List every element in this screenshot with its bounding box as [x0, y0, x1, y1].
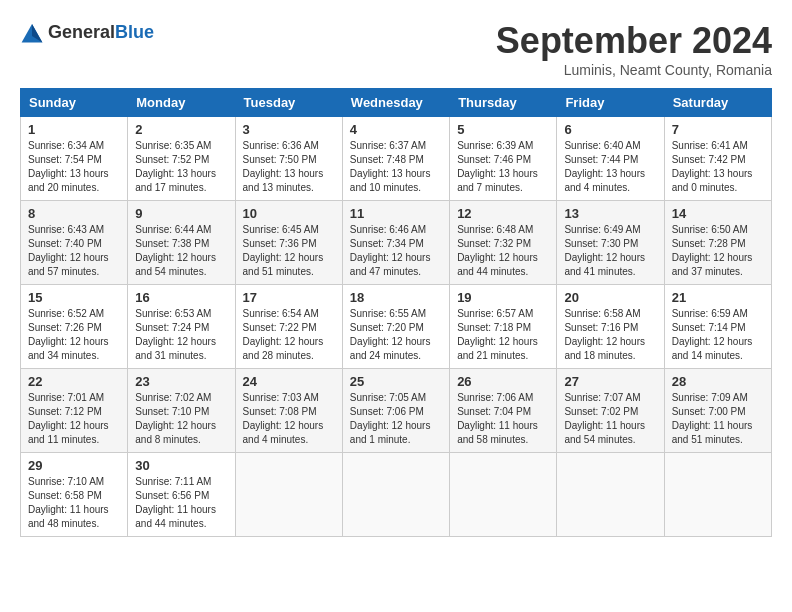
day-number: 27 [564, 374, 656, 389]
day-info: Sunrise: 7:03 AM Sunset: 7:08 PM Dayligh… [243, 391, 335, 447]
calendar-day-cell: 14 Sunrise: 6:50 AM Sunset: 7:28 PM Dayl… [664, 201, 771, 285]
calendar-day-cell: 23 Sunrise: 7:02 AM Sunset: 7:10 PM Dayl… [128, 369, 235, 453]
weekday-header: Monday [128, 89, 235, 117]
day-number: 2 [135, 122, 227, 137]
day-number: 26 [457, 374, 549, 389]
logo: GeneralBlue [20, 20, 154, 44]
calendar-day-cell: 22 Sunrise: 7:01 AM Sunset: 7:12 PM Dayl… [21, 369, 128, 453]
calendar-day-cell: 8 Sunrise: 6:43 AM Sunset: 7:40 PM Dayli… [21, 201, 128, 285]
logo-text: GeneralBlue [48, 23, 154, 42]
calendar-day-cell: 10 Sunrise: 6:45 AM Sunset: 7:36 PM Dayl… [235, 201, 342, 285]
day-info: Sunrise: 6:45 AM Sunset: 7:36 PM Dayligh… [243, 223, 335, 279]
calendar-day-cell [235, 453, 342, 537]
calendar-week-row: 15 Sunrise: 6:52 AM Sunset: 7:26 PM Dayl… [21, 285, 772, 369]
weekday-header: Friday [557, 89, 664, 117]
calendar-day-cell: 29 Sunrise: 7:10 AM Sunset: 6:58 PM Dayl… [21, 453, 128, 537]
calendar-day-cell: 26 Sunrise: 7:06 AM Sunset: 7:04 PM Dayl… [450, 369, 557, 453]
day-number: 25 [350, 374, 442, 389]
day-info: Sunrise: 6:52 AM Sunset: 7:26 PM Dayligh… [28, 307, 120, 363]
calendar-day-cell [557, 453, 664, 537]
logo-icon [20, 20, 44, 44]
calendar-day-cell: 1 Sunrise: 6:34 AM Sunset: 7:54 PM Dayli… [21, 117, 128, 201]
day-number: 6 [564, 122, 656, 137]
day-number: 16 [135, 290, 227, 305]
day-number: 15 [28, 290, 120, 305]
day-info: Sunrise: 6:59 AM Sunset: 7:14 PM Dayligh… [672, 307, 764, 363]
calendar-day-cell: 30 Sunrise: 7:11 AM Sunset: 6:56 PM Dayl… [128, 453, 235, 537]
calendar-day-cell: 5 Sunrise: 6:39 AM Sunset: 7:46 PM Dayli… [450, 117, 557, 201]
calendar-day-cell: 25 Sunrise: 7:05 AM Sunset: 7:06 PM Dayl… [342, 369, 449, 453]
calendar-table: SundayMondayTuesdayWednesdayThursdayFrid… [20, 88, 772, 537]
day-info: Sunrise: 6:49 AM Sunset: 7:30 PM Dayligh… [564, 223, 656, 279]
day-number: 30 [135, 458, 227, 473]
weekday-header: Thursday [450, 89, 557, 117]
calendar-day-cell: 13 Sunrise: 6:49 AM Sunset: 7:30 PM Dayl… [557, 201, 664, 285]
day-info: Sunrise: 6:50 AM Sunset: 7:28 PM Dayligh… [672, 223, 764, 279]
day-number: 14 [672, 206, 764, 221]
weekday-header: Wednesday [342, 89, 449, 117]
day-info: Sunrise: 6:46 AM Sunset: 7:34 PM Dayligh… [350, 223, 442, 279]
day-number: 13 [564, 206, 656, 221]
calendar-day-cell: 15 Sunrise: 6:52 AM Sunset: 7:26 PM Dayl… [21, 285, 128, 369]
calendar-day-cell: 19 Sunrise: 6:57 AM Sunset: 7:18 PM Dayl… [450, 285, 557, 369]
calendar-day-cell: 11 Sunrise: 6:46 AM Sunset: 7:34 PM Dayl… [342, 201, 449, 285]
day-info: Sunrise: 7:06 AM Sunset: 7:04 PM Dayligh… [457, 391, 549, 447]
page-header: GeneralBlue September 2024 Luminis, Neam… [20, 20, 772, 78]
day-info: Sunrise: 6:43 AM Sunset: 7:40 PM Dayligh… [28, 223, 120, 279]
day-number: 17 [243, 290, 335, 305]
day-info: Sunrise: 6:37 AM Sunset: 7:48 PM Dayligh… [350, 139, 442, 195]
month-title: September 2024 [496, 20, 772, 62]
day-info: Sunrise: 7:09 AM Sunset: 7:00 PM Dayligh… [672, 391, 764, 447]
calendar-day-cell: 3 Sunrise: 6:36 AM Sunset: 7:50 PM Dayli… [235, 117, 342, 201]
day-number: 23 [135, 374, 227, 389]
day-info: Sunrise: 6:36 AM Sunset: 7:50 PM Dayligh… [243, 139, 335, 195]
day-info: Sunrise: 6:58 AM Sunset: 7:16 PM Dayligh… [564, 307, 656, 363]
logo-blue: Blue [115, 22, 154, 42]
day-number: 29 [28, 458, 120, 473]
weekday-header: Sunday [21, 89, 128, 117]
calendar-day-cell: 6 Sunrise: 6:40 AM Sunset: 7:44 PM Dayli… [557, 117, 664, 201]
day-number: 5 [457, 122, 549, 137]
weekday-header: Saturday [664, 89, 771, 117]
calendar-day-cell: 17 Sunrise: 6:54 AM Sunset: 7:22 PM Dayl… [235, 285, 342, 369]
title-section: September 2024 Luminis, Neamt County, Ro… [496, 20, 772, 78]
logo-general: General [48, 22, 115, 42]
day-number: 3 [243, 122, 335, 137]
calendar-week-row: 29 Sunrise: 7:10 AM Sunset: 6:58 PM Dayl… [21, 453, 772, 537]
day-number: 28 [672, 374, 764, 389]
day-info: Sunrise: 6:39 AM Sunset: 7:46 PM Dayligh… [457, 139, 549, 195]
day-info: Sunrise: 7:05 AM Sunset: 7:06 PM Dayligh… [350, 391, 442, 447]
day-info: Sunrise: 6:48 AM Sunset: 7:32 PM Dayligh… [457, 223, 549, 279]
weekday-header: Tuesday [235, 89, 342, 117]
calendar-day-cell: 20 Sunrise: 6:58 AM Sunset: 7:16 PM Dayl… [557, 285, 664, 369]
calendar-week-row: 8 Sunrise: 6:43 AM Sunset: 7:40 PM Dayli… [21, 201, 772, 285]
calendar-day-cell: 2 Sunrise: 6:35 AM Sunset: 7:52 PM Dayli… [128, 117, 235, 201]
calendar-day-cell: 7 Sunrise: 6:41 AM Sunset: 7:42 PM Dayli… [664, 117, 771, 201]
calendar-day-cell [342, 453, 449, 537]
location: Luminis, Neamt County, Romania [496, 62, 772, 78]
calendar-day-cell: 28 Sunrise: 7:09 AM Sunset: 7:00 PM Dayl… [664, 369, 771, 453]
day-number: 9 [135, 206, 227, 221]
calendar-day-cell: 21 Sunrise: 6:59 AM Sunset: 7:14 PM Dayl… [664, 285, 771, 369]
day-info: Sunrise: 7:01 AM Sunset: 7:12 PM Dayligh… [28, 391, 120, 447]
day-number: 21 [672, 290, 764, 305]
day-number: 11 [350, 206, 442, 221]
day-info: Sunrise: 7:07 AM Sunset: 7:02 PM Dayligh… [564, 391, 656, 447]
day-number: 19 [457, 290, 549, 305]
day-number: 18 [350, 290, 442, 305]
day-number: 22 [28, 374, 120, 389]
day-number: 20 [564, 290, 656, 305]
calendar-day-cell: 27 Sunrise: 7:07 AM Sunset: 7:02 PM Dayl… [557, 369, 664, 453]
calendar-week-row: 1 Sunrise: 6:34 AM Sunset: 7:54 PM Dayli… [21, 117, 772, 201]
day-number: 10 [243, 206, 335, 221]
day-number: 8 [28, 206, 120, 221]
calendar-day-cell: 9 Sunrise: 6:44 AM Sunset: 7:38 PM Dayli… [128, 201, 235, 285]
calendar-week-row: 22 Sunrise: 7:01 AM Sunset: 7:12 PM Dayl… [21, 369, 772, 453]
day-info: Sunrise: 7:10 AM Sunset: 6:58 PM Dayligh… [28, 475, 120, 531]
calendar-day-cell: 16 Sunrise: 6:53 AM Sunset: 7:24 PM Dayl… [128, 285, 235, 369]
day-info: Sunrise: 6:57 AM Sunset: 7:18 PM Dayligh… [457, 307, 549, 363]
calendar-day-cell: 12 Sunrise: 6:48 AM Sunset: 7:32 PM Dayl… [450, 201, 557, 285]
day-info: Sunrise: 6:55 AM Sunset: 7:20 PM Dayligh… [350, 307, 442, 363]
calendar-day-cell: 4 Sunrise: 6:37 AM Sunset: 7:48 PM Dayli… [342, 117, 449, 201]
day-info: Sunrise: 6:53 AM Sunset: 7:24 PM Dayligh… [135, 307, 227, 363]
